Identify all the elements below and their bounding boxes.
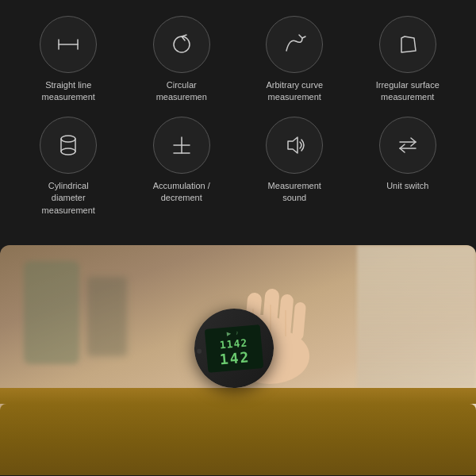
feature-straight-line: Straight linemeasurement (16, 16, 121, 104)
device-main-reading: 142 (219, 348, 251, 367)
device-top-icons: ▶ ♪ (227, 329, 239, 336)
arbitrary-curve-label: Arbitrary curvemeasurement (266, 79, 323, 104)
straight-line-icon-circle (40, 16, 97, 73)
arbitrary-curve-icon-circle (266, 16, 323, 73)
straight-line-label: Straight linemeasurement (42, 79, 95, 104)
feature-arbitrary-curve: Arbitrary curvemeasurement (242, 16, 347, 104)
features-row-1: Straight linemeasurement Circularmeasure… (8, 16, 468, 104)
feature-measurement-sound: Measurementsound (242, 117, 347, 217)
features-row-2: Cylindricaldiametermeasurement Accumulat… (8, 117, 468, 217)
feature-cylindrical: Cylindricaldiametermeasurement (16, 117, 121, 217)
svg-point-3 (61, 136, 75, 142)
cylindrical-icon (54, 131, 83, 159)
irregular-surface-label: Irregular surfacemeasurement (376, 79, 440, 104)
circular-icon-circle (153, 16, 210, 73)
feature-irregular-surface: Irregular surfacemeasurement (355, 16, 461, 104)
unit-switch-icon (393, 131, 422, 159)
device-button (197, 349, 202, 355)
product-image: ▶ ♪ 1142 142 (0, 245, 476, 475)
app-container: Straight linemeasurement Circularmeasure… (0, 0, 476, 475)
arbitrary-curve-icon (280, 30, 309, 59)
feature-circular: Circularmeasuremen (129, 16, 235, 104)
device-icon-1: ▶ (227, 330, 232, 336)
measurement-sound-icon-circle (266, 117, 323, 174)
circular-icon (167, 30, 196, 59)
feature-accumulation: Accumulation /decrement (129, 117, 235, 217)
unit-switch-icon-circle (379, 117, 436, 174)
cylindrical-label: Cylindricaldiametermeasurement (42, 180, 95, 217)
svg-point-6 (61, 148, 75, 155)
accumulation-icon (167, 131, 196, 159)
measurement-sound-label: Measurementsound (268, 180, 321, 205)
unit-switch-label: Unit switch (386, 180, 428, 192)
irregular-surface-icon (393, 30, 422, 59)
svg-marker-10 (288, 137, 298, 153)
accumulation-label: Accumulation /decrement (153, 180, 210, 205)
cylindrical-icon-circle (40, 117, 97, 174)
irregular-surface-icon-circle (379, 16, 436, 73)
feature-unit-switch: Unit switch (355, 117, 461, 217)
straight-line-icon (54, 30, 83, 59)
accumulation-icon-circle (153, 117, 210, 174)
measurement-sound-icon (280, 131, 309, 159)
device-screen: ▶ ♪ 1142 142 (205, 324, 264, 373)
features-section: Straight linemeasurement Circularmeasure… (0, 0, 476, 237)
circular-label: Circularmeasuremen (156, 79, 207, 104)
device-icon-2: ♪ (236, 329, 239, 336)
